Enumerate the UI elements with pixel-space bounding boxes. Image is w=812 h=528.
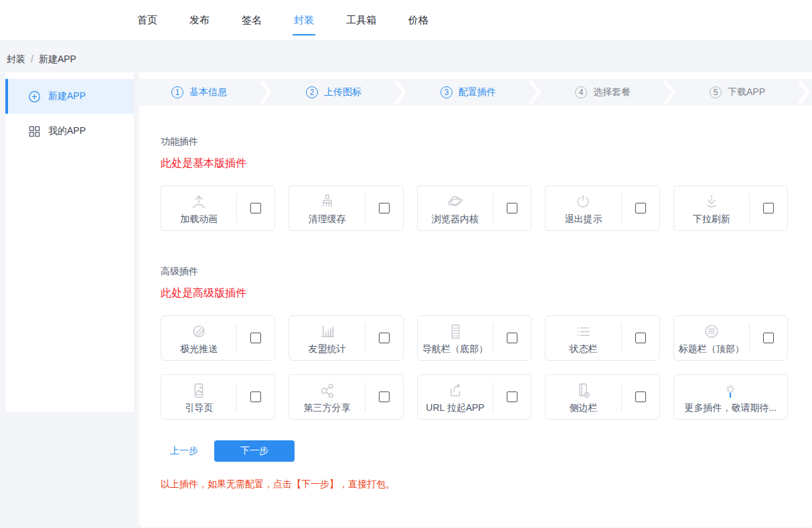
step-number: 2 — [306, 86, 318, 98]
plugin-checkbox[interactable] — [763, 333, 774, 343]
advanced-section-hint: 此处是高级版插件 — [161, 286, 788, 300]
plugin-card-nav-bar-bottom[interactable]: 导航栏（底部） — [417, 315, 532, 361]
sidebar-item-my-apps[interactable]: 我的APP — [5, 114, 134, 149]
gear-spark-icon — [720, 381, 740, 402]
plugin-label: URL 拉起APP — [426, 402, 484, 413]
plugin-card-title-bar-top[interactable]: 标题栏（顶部） — [673, 315, 788, 361]
step-wizard: 1 基本信息 2 上传图标 3 配置插件 4 选择套餐 5 下载APP — [139, 79, 812, 106]
sidebar-item-label: 新建APP — [48, 90, 86, 102]
top-nav: 首页 发布 签名 封装 工具箱 价格 — [0, 0, 812, 41]
chevron-right-icon — [259, 79, 274, 106]
globe-icon — [445, 192, 465, 212]
wizard-actions: 上一步 下一步 — [161, 440, 788, 462]
plugin-label: 清理缓存 — [309, 213, 346, 224]
plugin-label: 下拉刷新 — [693, 213, 730, 224]
plugin-card-clear-cache[interactable]: 清理缓存 — [289, 185, 403, 231]
phone-gear-icon — [573, 381, 593, 401]
basic-section-title: 功能插件 — [161, 136, 788, 148]
sidebar-item-label: 我的APP — [48, 125, 86, 137]
prev-step-link[interactable]: 上一步 — [170, 445, 198, 457]
plugin-label: 极光推送 — [180, 343, 218, 354]
circle-plus-icon — [28, 90, 41, 103]
plugin-card-jpush[interactable]: 极光推送 — [161, 315, 275, 361]
plugin-card-exit-prompt[interactable]: 退出提示 — [545, 185, 659, 231]
plugin-card-browser-kernel[interactable]: 浏览器内核 — [417, 185, 532, 231]
circled-list-icon — [702, 322, 722, 342]
plugin-checkbox[interactable] — [379, 391, 390, 402]
next-step-button[interactable]: 下一步 — [214, 440, 295, 462]
plugin-label: 侧边栏 — [569, 402, 597, 413]
breadcrumb-current: 新建APP — [39, 54, 76, 64]
plugin-card-umeng-stats[interactable]: 友盟统计 — [289, 315, 403, 361]
brush-icon — [317, 192, 337, 212]
plugin-card-third-party-share[interactable]: 第三方分享 — [289, 374, 403, 420]
jpush-icon — [189, 322, 209, 342]
step-download-app: 5 下载APP — [677, 79, 797, 106]
step-label: 选择套餐 — [593, 86, 631, 98]
plugin-card-url-launch-app[interactable]: URL 拉起APP — [417, 374, 532, 420]
plugin-checkbox[interactable] — [507, 203, 517, 213]
url-launch-icon — [445, 381, 465, 401]
plugin-checkbox[interactable] — [763, 203, 774, 213]
plugin-label: 加载动画 — [180, 213, 218, 224]
bar-chart-icon — [317, 322, 337, 342]
chevron-right-icon — [394, 79, 408, 106]
breadcrumb-section[interactable]: 封装 — [7, 54, 25, 64]
plugin-label: 浏览器内核 — [432, 213, 479, 224]
plugin-checkbox[interactable] — [379, 333, 390, 343]
step-label: 配置插件 — [459, 86, 496, 98]
nav-item-publish[interactable]: 发布 — [189, 14, 210, 27]
plugin-checkbox[interactable] — [635, 203, 646, 213]
breadcrumb-separator: / — [31, 54, 33, 64]
plugin-card-guide-page[interactable]: 引导页 — [161, 374, 275, 420]
nav-item-pricing[interactable]: 价格 — [408, 14, 428, 27]
plugin-card-pull-refresh[interactable]: 下拉刷新 — [673, 185, 788, 231]
plugin-label: 更多插件，敬请期待... — [684, 402, 777, 413]
plugin-card-loading-animation[interactable]: 加载动画 — [161, 185, 275, 231]
plugin-card-side-bar[interactable]: 侧边栏 — [545, 374, 659, 420]
step-number: 5 — [710, 86, 722, 98]
basic-plugin-grid: 加载动画 清理缓存 — [161, 185, 788, 231]
nav-item-sign[interactable]: 签名 — [242, 14, 262, 27]
plugin-checkbox[interactable] — [635, 391, 646, 402]
plugin-label: 引导页 — [185, 402, 213, 413]
plugin-label: 退出提示 — [564, 213, 602, 224]
image-icon — [189, 381, 209, 401]
nav-item-toolbox[interactable]: 工具箱 — [346, 14, 376, 27]
plugin-card-status-bar[interactable]: 状态栏 — [545, 315, 659, 361]
share-icon — [317, 381, 337, 401]
advanced-section-title: 高级插件 — [161, 266, 788, 278]
plugin-label: 状态栏 — [569, 343, 597, 354]
grid-icon — [28, 125, 41, 138]
upload-icon — [189, 192, 209, 212]
nav-item-package[interactable]: 封装 — [294, 14, 314, 27]
packaging-note: 以上插件，如果无需配置，点击【下一步】，直接打包。 — [161, 478, 788, 491]
step-configure-plugins: 3 配置插件 — [408, 79, 528, 106]
step-number: 4 — [575, 86, 587, 98]
plugin-label: 第三方分享 — [304, 402, 351, 413]
breadcrumb: 封装/新建APP — [0, 41, 812, 72]
power-icon — [573, 192, 593, 212]
pull-refresh-icon — [702, 192, 722, 212]
plugin-checkbox[interactable] — [635, 333, 646, 343]
step-label: 下载APP — [728, 86, 765, 98]
main-panel: 1 基本信息 2 上传图标 3 配置插件 4 选择套餐 5 下载APP — [139, 72, 812, 527]
step-choose-plan: 4 选择套餐 — [543, 79, 663, 106]
sidebar: 新建APP 我的APP — [5, 72, 134, 412]
nav-item-home[interactable]: 首页 — [137, 14, 157, 27]
chevron-right-icon — [797, 79, 812, 106]
chevron-right-icon — [528, 79, 543, 106]
plugin-checkbox[interactable] — [250, 203, 261, 213]
plugin-checkbox[interactable] — [250, 391, 261, 402]
step-upload-icon: 2 上传图标 — [274, 79, 394, 106]
plugin-label: 标题栏（顶部） — [679, 343, 744, 354]
step-label: 基本信息 — [189, 86, 227, 98]
plugin-checkbox[interactable] — [507, 333, 517, 343]
plugin-checkbox[interactable] — [507, 391, 517, 402]
plugin-label: 友盟统计 — [309, 343, 346, 354]
plugin-checkbox[interactable] — [250, 333, 261, 343]
sidebar-item-new-app[interactable]: 新建APP — [5, 79, 134, 114]
chevron-right-icon — [663, 79, 677, 106]
plugin-checkbox[interactable] — [379, 203, 390, 213]
plugin-card-more-coming-soon[interactable]: 更多插件，敬请期待... — [673, 374, 788, 420]
